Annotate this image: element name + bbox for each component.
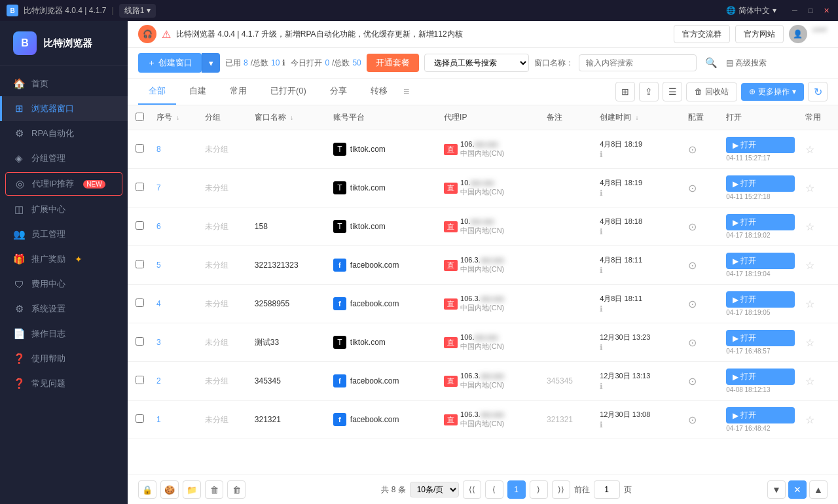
official-website-btn[interactable]: 官方网站: [735, 25, 784, 43]
footer-up-btn[interactable]: ▲: [809, 480, 828, 499]
sidebar-item-help[interactable]: ❓ 使用帮助: [0, 346, 128, 371]
tab-transfer[interactable]: 转移: [360, 79, 398, 105]
select-all-checkbox[interactable]: [136, 113, 144, 121]
row-checkbox[interactable]: [136, 298, 144, 307]
sidebar-item-home[interactable]: 🏠 首页: [0, 71, 128, 96]
minimize-btn[interactable]: ─: [790, 5, 800, 16]
open-btn[interactable]: ▶ 打开: [726, 407, 795, 423]
config-fingerprint-icon[interactable]: ⊙: [688, 144, 697, 155]
footer-mid-btn[interactable]: ✕: [788, 480, 807, 499]
seq-num[interactable]: 2: [156, 376, 161, 386]
sidebar-item-rpa[interactable]: ⚙ RPA自动化: [0, 121, 128, 146]
tab-sort-icon[interactable]: ≡: [403, 86, 409, 98]
seq-num[interactable]: 8: [156, 145, 161, 154]
sidebar-item-extensions[interactable]: ◫ 扩展中心: [0, 197, 128, 222]
card-view-btn[interactable]: ⊞: [615, 82, 635, 101]
favorite-star[interactable]: ☆: [805, 376, 814, 387]
language-selector[interactable]: 🌐 简体中文 ▾: [726, 5, 776, 16]
seq-num[interactable]: 1: [156, 415, 161, 424]
page-1-btn[interactable]: 1: [507, 480, 526, 499]
seq-num[interactable]: 3: [156, 338, 161, 347]
cookie-btn[interactable]: 🍪: [160, 480, 179, 499]
sidebar-item-settings[interactable]: ⚙ 系统设置: [0, 297, 128, 321]
config-fingerprint-icon[interactable]: ⊙: [688, 337, 697, 348]
tab-share[interactable]: 分享: [319, 79, 357, 105]
favorite-star[interactable]: ☆: [805, 183, 814, 194]
favorite-star[interactable]: ☆: [805, 414, 814, 425]
recycle-btn[interactable]: 🗑 回收站: [686, 82, 737, 101]
sidebar-item-promo[interactable]: 🎁 推广奖励 ✦: [0, 247, 128, 272]
fingerprint-btn[interactable]: 🔒: [138, 480, 156, 499]
open-btn[interactable]: ▶ 打开: [726, 253, 795, 269]
open-btn[interactable]: ▶ 打开: [726, 330, 795, 346]
sidebar-item-billing[interactable]: 🛡 费用中心: [0, 272, 128, 297]
favorite-star[interactable]: ☆: [805, 144, 814, 155]
official-group-btn[interactable]: 官方交流群: [674, 25, 730, 43]
row-checkbox[interactable]: [136, 337, 144, 346]
open-btn[interactable]: ▶ 打开: [726, 369, 795, 385]
create-info-icon[interactable]: ℹ: [600, 150, 678, 159]
close-btn[interactable]: ✕: [821, 5, 831, 16]
sidebar-item-faq[interactable]: ❓ 常见问题: [0, 371, 128, 396]
seq-num[interactable]: 6: [156, 222, 161, 231]
group-btn[interactable]: 📁: [183, 480, 201, 499]
sidebar-item-oplog[interactable]: 📄 操作日志: [0, 321, 128, 346]
create-info-icon[interactable]: ℹ: [600, 304, 678, 314]
tab-self[interactable]: 自建: [179, 79, 217, 105]
last-page-btn[interactable]: ⟩⟩: [552, 480, 570, 499]
footer-down-btn[interactable]: ▼: [767, 480, 786, 499]
sidebar-item-employees[interactable]: 👥 员工管理: [0, 222, 128, 247]
row-checkbox[interactable]: [136, 414, 144, 423]
info-icon-usage[interactable]: ℹ: [282, 58, 285, 67]
seq-num[interactable]: 7: [156, 183, 161, 192]
tab-common[interactable]: 常用: [219, 79, 257, 105]
row-checkbox[interactable]: [136, 260, 144, 268]
create-info-icon[interactable]: ℹ: [600, 227, 678, 236]
create-info-icon[interactable]: ℹ: [600, 266, 678, 275]
more-actions-btn[interactable]: ⊕ 更多操作 ▾: [741, 83, 804, 101]
share-btn[interactable]: ⇪: [639, 82, 659, 101]
sidebar-item-browser-window[interactable]: ⊞ 浏览器窗口: [0, 96, 128, 121]
refresh-btn[interactable]: ↻: [808, 82, 828, 101]
open-btn[interactable]: ▶ 打开: [726, 291, 795, 308]
tab-opened[interactable]: 已打开(0): [260, 79, 317, 105]
config-fingerprint-icon[interactable]: ⊙: [688, 183, 697, 194]
goto-input[interactable]: [594, 480, 620, 499]
favorite-star[interactable]: ☆: [805, 337, 814, 348]
create-info-icon[interactable]: ℹ: [600, 343, 678, 352]
delete-btn[interactable]: 🗑: [227, 480, 246, 499]
next-page-btn[interactable]: ⟩: [530, 480, 548, 499]
create-info-icon[interactable]: ℹ: [600, 189, 678, 198]
favorite-star[interactable]: ☆: [805, 298, 814, 310]
open-btn[interactable]: ▶ 打开: [726, 214, 795, 230]
list-view-btn[interactable]: ☰: [663, 82, 682, 101]
per-page-select[interactable]: 10条/页 20条/页 50条/页: [410, 482, 459, 497]
prev-page-btn[interactable]: ⟨: [485, 480, 503, 499]
maximize-btn[interactable]: □: [805, 5, 816, 16]
create-info-icon[interactable]: ℹ: [600, 420, 678, 429]
row-checkbox[interactable]: [136, 144, 144, 153]
recycle-row-btn[interactable]: 🗑: [205, 480, 223, 499]
row-checkbox[interactable]: [136, 183, 144, 191]
favorite-star[interactable]: ☆: [805, 221, 814, 232]
search-btn[interactable]: 🔍: [702, 54, 721, 72]
route-selector[interactable]: 线路1 ▾: [119, 4, 156, 18]
create-info-icon[interactable]: ℹ: [600, 382, 678, 391]
seq-num[interactable]: 4: [156, 299, 161, 308]
config-fingerprint-icon[interactable]: ⊙: [688, 298, 697, 310]
open-btn[interactable]: ▶ 打开: [726, 137, 795, 153]
sidebar-item-group[interactable]: ◈ 分组管理: [0, 146, 128, 171]
seq-num[interactable]: 5: [156, 261, 161, 270]
sidebar-item-proxy[interactable]: ◎ 代理IP推荐 NEW: [5, 172, 122, 196]
first-page-btn[interactable]: ⟨⟨: [463, 480, 481, 499]
activate-btn[interactable]: 开通套餐: [367, 54, 419, 72]
config-fingerprint-icon[interactable]: ⊙: [688, 414, 697, 425]
create-window-dropdown[interactable]: ▾: [202, 53, 220, 73]
employee-select[interactable]: 选择员工账号搜索: [424, 54, 529, 72]
config-fingerprint-icon[interactable]: ⊙: [688, 221, 697, 232]
config-fingerprint-icon[interactable]: ⊙: [688, 376, 697, 387]
config-fingerprint-icon[interactable]: ⊙: [688, 260, 697, 271]
advanced-search-btn[interactable]: ▤ 高级搜索: [726, 58, 767, 69]
open-btn[interactable]: ▶ 打开: [726, 175, 795, 192]
tab-all[interactable]: 全部: [138, 79, 176, 105]
